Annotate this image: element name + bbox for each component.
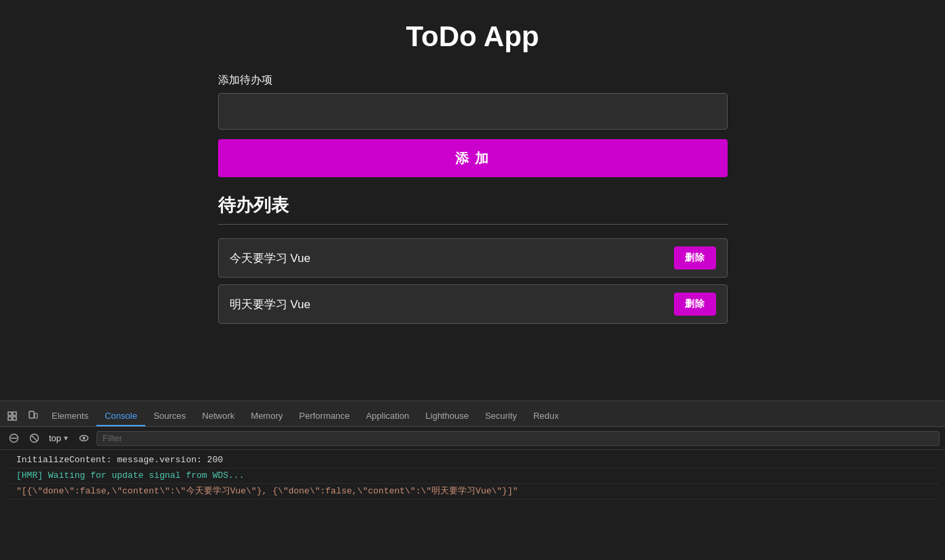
svg-rect-4 [29,411,34,418]
console-line-text: InitializeContent: message.version: 200 [16,453,940,467]
todo-item: 明天要学习 Vue 删除 [218,284,728,324]
console-output: InitializeContent: message.version: 200 … [0,450,945,560]
delete-button[interactable]: 删除 [674,246,716,269]
live-expression-icon[interactable] [76,430,92,447]
tab-lighthouse[interactable]: Lighthouse [417,406,477,426]
console-filter-input[interactable] [96,431,940,446]
block-icon[interactable] [26,430,42,447]
chevron-down-icon: ▼ [63,434,69,442]
todo-item: 今天要学习 Vue 删除 [218,238,728,278]
console-line: "[{\"done\":false,\"content\":\"今天要学习Vue… [5,484,940,500]
tab-sources[interactable]: Sources [145,406,194,426]
context-label: top [49,433,61,443]
app-title: ToDo App [406,20,539,53]
console-line: [HMR] Waiting for update signal from WDS… [5,468,940,484]
app-area: ToDo App 添加待办项 添 加 待办列表 今天要学习 Vue 删除 明天要… [0,0,945,400]
console-line-text: [HMR] Waiting for update signal from WDS… [16,469,940,483]
todo-input[interactable] [218,93,728,130]
tab-network[interactable]: Network [194,406,243,426]
input-label: 添加待办项 [218,73,728,88]
todo-container: 添加待办项 添 加 待办列表 今天要学习 Vue 删除 明天要学习 Vue 删除 [218,73,728,324]
list-title: 待办列表 [218,193,728,225]
tab-redux[interactable]: Redux [525,406,567,426]
devtools-panel: Elements Console Sources Network Memory … [0,400,945,560]
svg-rect-0 [8,412,12,415]
tab-console[interactable]: Console [96,406,145,426]
svg-line-9 [31,435,37,441]
svg-point-11 [83,437,86,440]
device-toggle-icon[interactable] [23,406,42,426]
clear-console-icon[interactable] [5,430,22,447]
svg-rect-5 [35,413,37,418]
tab-elements[interactable]: Elements [43,406,96,426]
tab-security[interactable]: Security [477,406,525,426]
svg-rect-2 [8,417,12,420]
todo-item-text: 明天要学习 Vue [230,297,310,312]
delete-button[interactable]: 删除 [674,293,716,316]
inspect-icon[interactable] [3,406,22,426]
console-line-text: "[{\"done\":false,\"content\":\"今天要学习Vue… [16,485,940,498]
console-line: InitializeContent: message.version: 200 [5,453,940,468]
tab-memory[interactable]: Memory [243,406,291,426]
devtools-tabs-bar: Elements Console Sources Network Memory … [0,401,945,427]
todo-list: 今天要学习 Vue 删除 明天要学习 Vue 删除 [218,238,728,324]
console-toolbar: top ▼ [0,427,945,450]
context-selector[interactable]: top ▼ [46,432,72,445]
tab-application[interactable]: Application [358,406,418,426]
svg-rect-1 [13,412,16,415]
svg-rect-3 [13,417,16,420]
tab-performance[interactable]: Performance [291,406,357,426]
todo-item-text: 今天要学习 Vue [230,250,310,266]
add-button[interactable]: 添 加 [218,139,728,177]
